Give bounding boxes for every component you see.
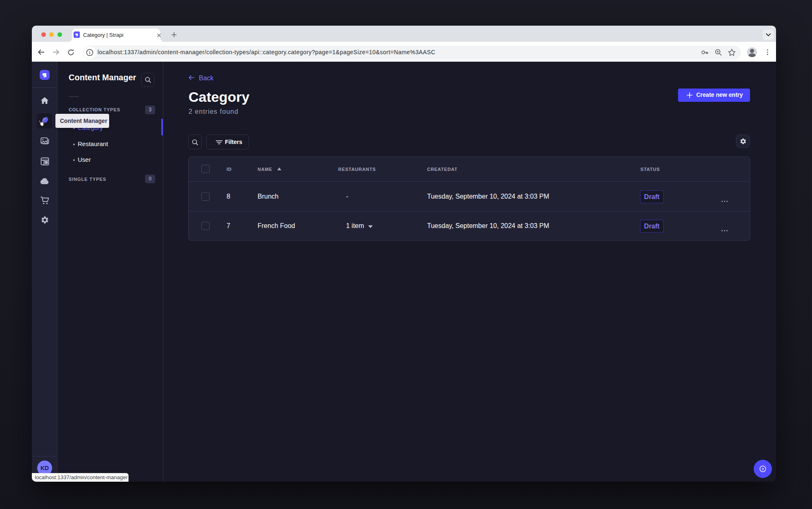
svg-text:?: ?	[762, 467, 764, 471]
